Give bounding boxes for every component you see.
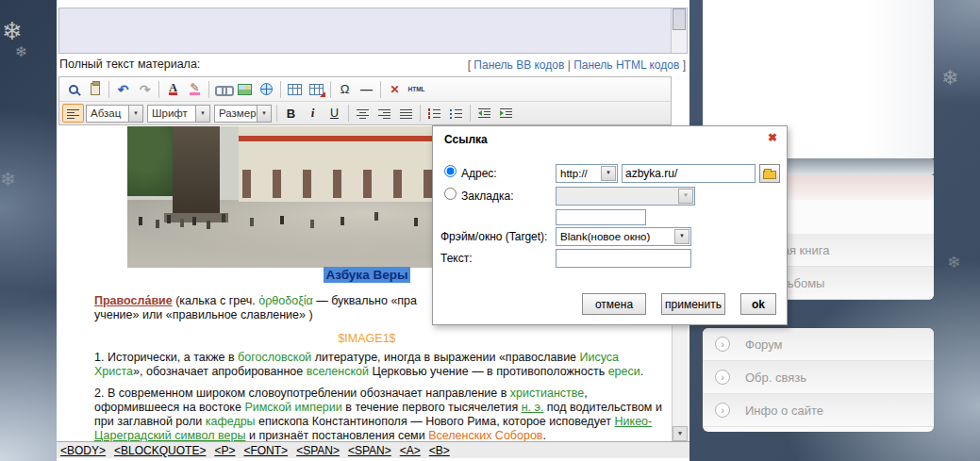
chain-link-icon (215, 85, 231, 94)
align-left-button[interactable] (62, 104, 84, 123)
ok-button[interactable]: ok (740, 293, 776, 315)
path-tag[interactable]: <BLOCKQUOTE> (114, 444, 206, 457)
chevron-down-icon[interactable] (195, 106, 209, 122)
text-run: 1. Исторически, а также в (94, 351, 238, 364)
cancel-button[interactable]: отмена (582, 293, 646, 315)
protocol-select[interactable]: http:// (556, 164, 618, 183)
align-right-button[interactable] (374, 104, 395, 123)
bookmark-select[interactable] (556, 187, 695, 206)
insert-media-button[interactable] (256, 79, 277, 99)
bb-codes-panel-link[interactable]: Панель BB кодов (473, 58, 564, 72)
unordered-list-button[interactable] (445, 104, 467, 123)
bracket: ] (679, 58, 686, 72)
font-family-select[interactable]: Шрифт (147, 105, 210, 123)
orange-link: Вселенских Соборов (428, 429, 542, 441)
sidebar-item-site-info[interactable]: › Инфо о сайте (703, 394, 934, 427)
font-color-button[interactable]: A (162, 79, 184, 99)
path-tag[interactable]: <P> (214, 444, 235, 457)
underline-icon: U (330, 107, 339, 120)
align-left-icon (67, 107, 79, 119)
path-tag[interactable]: <SPAN> (348, 444, 391, 457)
intro-textarea[interactable] (58, 8, 688, 54)
redo-button[interactable]: ↷ (134, 79, 156, 99)
paste-button[interactable] (84, 79, 106, 99)
bold-icon: B (287, 107, 295, 121)
photo-people (139, 217, 142, 225)
insert-image-button[interactable] (234, 79, 256, 99)
address-input[interactable] (622, 164, 756, 183)
text-run: — буквально «пра (313, 294, 417, 307)
link-text-input[interactable] (556, 249, 691, 268)
special-char-button[interactable]: Ω (334, 79, 356, 99)
html-source-button[interactable]: HTML (406, 79, 427, 99)
edit-table-button[interactable] (306, 79, 327, 99)
preview-button[interactable] (62, 79, 84, 99)
toolbar-separator (348, 105, 349, 122)
html-codes-panel-link[interactable]: Панель HTML кодов (573, 58, 679, 72)
path-tag[interactable]: <B> (429, 444, 450, 457)
text-run: оформившееся на востоке (94, 401, 244, 414)
chevron-down-icon[interactable] (128, 106, 142, 122)
sidebar-item-label: Обр. связь (745, 370, 806, 385)
intro-scrollbar[interactable] (671, 8, 687, 53)
align-right-icon (378, 107, 390, 119)
address-radio[interactable] (444, 165, 457, 177)
toolbar-separator (108, 81, 109, 98)
chevron-right-icon: › (715, 403, 730, 418)
chevron-down-icon[interactable] (601, 166, 616, 181)
path-tag[interactable]: <SPAN> (296, 444, 340, 457)
text-run: учение» или «правильное славление» ) (94, 308, 313, 321)
font-color-icon: A (169, 83, 177, 95)
element-path-statusbar: <BODY><BLOCKQUOTE><P><FONT><SPAN><SPAN><… (57, 441, 689, 458)
paragraph-1: 1. Исторически, а также в богословской л… (94, 351, 639, 379)
toolbar-separator (470, 105, 471, 122)
snowflake-icon (941, 66, 958, 91)
font-size-select[interactable]: Размер (214, 105, 272, 123)
insert-link-button[interactable] (212, 79, 234, 99)
scrollbar-thumb[interactable] (673, 8, 686, 30)
target-select[interactable]: Blank(новое окно) (556, 227, 691, 246)
ordered-list-button[interactable] (424, 104, 445, 123)
bookmark-anchor-input[interactable] (556, 209, 646, 225)
green-link: ереси (608, 365, 640, 378)
toolbar-separator (276, 105, 277, 122)
editor-toolbar: ↶ ↷ A ✎ Ω — ✕ HTML Абза (58, 76, 672, 125)
horizontal-rule-button[interactable]: — (356, 79, 377, 99)
separator: | (564, 58, 573, 72)
apply-button[interactable]: применить (661, 293, 725, 315)
close-icon[interactable]: ✖ (768, 131, 777, 144)
folder-icon (763, 171, 776, 179)
path-tag[interactable]: <FONT> (243, 444, 288, 457)
chevron-down-icon[interactable] (678, 189, 693, 204)
chevron-down-icon[interactable] (257, 106, 271, 122)
text-run: при заглавной роли (94, 415, 206, 428)
underline-button[interactable]: U (324, 104, 345, 123)
path-tag[interactable]: <BODY> (60, 444, 106, 457)
address-label: Адрес: (461, 167, 497, 180)
browse-server-button[interactable] (759, 164, 780, 183)
scroll-down-icon[interactable]: ▼ (673, 426, 688, 441)
italic-button[interactable]: i (302, 104, 324, 123)
remove-format-button[interactable]: ✕ (384, 79, 406, 99)
insert-table-button[interactable] (284, 79, 306, 99)
align-justify-button[interactable] (395, 104, 417, 123)
bookmark-radio[interactable] (444, 188, 457, 200)
highlight-color-button[interactable]: ✎ (184, 79, 206, 99)
sidebar-item-feedback[interactable]: › Обр. связь (703, 361, 934, 394)
green-link: Христа (94, 365, 133, 378)
undo-button[interactable]: ↶ (112, 79, 134, 99)
indent-button[interactable] (495, 104, 517, 123)
sidebar-item-forum[interactable]: › Форум (703, 328, 934, 361)
text-run: литературе, иногда в выражении «правосла… (311, 351, 579, 364)
outdent-button[interactable] (473, 104, 495, 123)
bold-button[interactable]: B (280, 104, 302, 123)
text-run: в течение первого тысячелетия (342, 401, 522, 414)
align-center-button[interactable] (352, 104, 374, 123)
italic-icon: i (311, 106, 315, 121)
text-run: , (584, 387, 587, 400)
chevron-down-icon[interactable] (674, 229, 689, 244)
paragraph-format-select[interactable]: Абзац (86, 105, 143, 123)
path-tag[interactable]: <A> (400, 444, 421, 457)
toolbar-row-1: ↶ ↷ A ✎ Ω — ✕ HTML (59, 77, 671, 101)
table-edit-icon (309, 84, 324, 95)
